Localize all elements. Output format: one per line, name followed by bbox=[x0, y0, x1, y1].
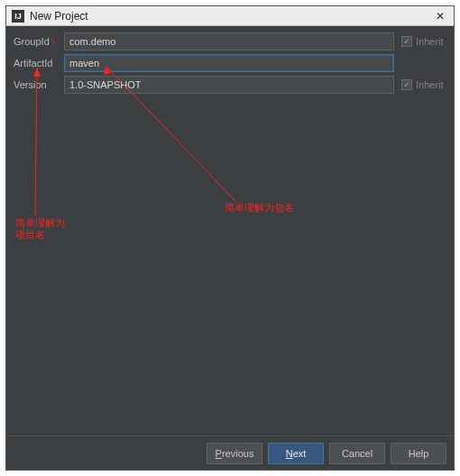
artifactid-row: ArtifactId In bbox=[14, 53, 446, 73]
annotation-package-name: 简单理解为包名 bbox=[225, 202, 294, 214]
help-button[interactable]: Help bbox=[391, 443, 446, 464]
next-button[interactable]: Next bbox=[268, 443, 324, 464]
version-input[interactable] bbox=[64, 76, 394, 94]
version-inherit[interactable]: ✓ Inherit bbox=[394, 79, 446, 90]
annotation-project-name-2: 项目名 bbox=[15, 229, 45, 241]
groupid-row: GroupId ✓ Inherit bbox=[14, 32, 446, 51]
titlebar: IJ New Project ✕ bbox=[6, 6, 454, 26]
previous-button[interactable]: Previous bbox=[207, 443, 262, 464]
inherit-label: Inherit bbox=[416, 79, 444, 90]
groupid-inherit[interactable]: ✓ Inherit bbox=[394, 36, 446, 47]
checkbox-icon: ✓ bbox=[401, 36, 412, 47]
annotation-project-name-1: 简单理解为 bbox=[15, 217, 65, 229]
artifactid-label: ArtifactId bbox=[14, 58, 64, 69]
window-title: New Project bbox=[30, 10, 432, 23]
groupid-input[interactable] bbox=[64, 32, 394, 50]
version-label: Version bbox=[14, 79, 64, 90]
version-row: Version ✓ Inherit bbox=[14, 75, 446, 95]
cancel-button[interactable]: Cancel bbox=[329, 443, 385, 464]
inherit-label: Inherit bbox=[416, 36, 444, 47]
close-icon[interactable]: ✕ bbox=[432, 8, 448, 24]
dialog-footer: Previous Next Cancel Help bbox=[6, 435, 454, 470]
artifactid-input[interactable] bbox=[64, 54, 394, 72]
dialog-content: GroupId ✓ Inherit ArtifactId In Version … bbox=[6, 26, 454, 435]
new-project-dialog: IJ New Project ✕ GroupId ✓ Inherit Artif… bbox=[5, 5, 455, 471]
groupid-label: GroupId bbox=[14, 36, 64, 47]
app-icon: IJ bbox=[12, 10, 24, 23]
checkbox-icon: ✓ bbox=[401, 79, 412, 90]
